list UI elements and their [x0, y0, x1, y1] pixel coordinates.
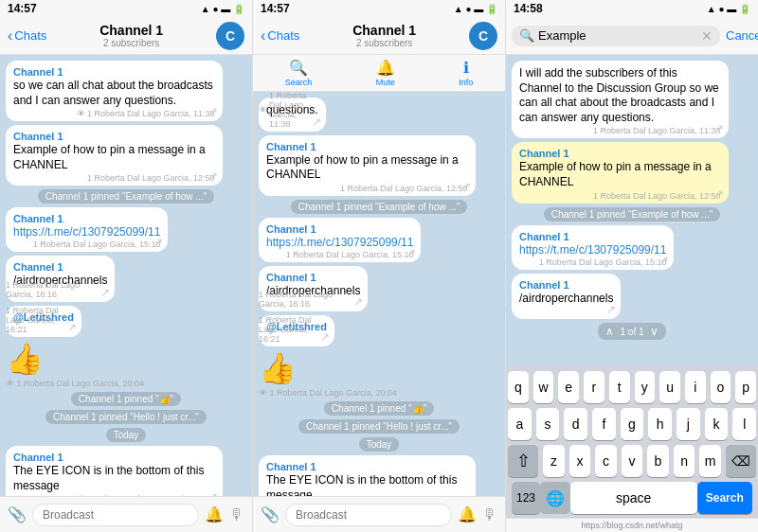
message-bubble: Channel 1/airdroperchannels1 Roberta Dal… — [6, 256, 115, 302]
broadcast-input[interactable] — [285, 504, 452, 526]
space-key[interactable]: space — [570, 482, 697, 514]
numbers-key[interactable]: 123 — [512, 482, 540, 514]
key-h[interactable]: h — [648, 408, 672, 440]
bell-icon[interactable]: 🔔 — [458, 505, 477, 523]
message-meta: 1 Roberta Dal Lago Garcia, 15:10 — [33, 239, 161, 249]
forward-icon: ↗ — [312, 115, 321, 129]
keyboard-bottom-row: 123 🌐 space Search — [508, 482, 756, 514]
header-center: Channel 1 2 subscribers — [299, 23, 469, 48]
message-meta: 1 Roberta Dal Lago Garcia, 15:10 — [286, 250, 414, 259]
attach-icon[interactable]: 📎 — [261, 505, 280, 523]
panel-2: 14:57 ▲ ● ▬ 🔋 ‹ Chats Channel 1 2 subscr… — [253, 0, 506, 532]
forward-icon: ↗ — [406, 246, 416, 259]
key-w[interactable]: w — [533, 371, 554, 403]
key-q[interactable]: q — [508, 371, 529, 403]
key-u[interactable]: u — [659, 371, 680, 403]
mic-icon[interactable]: 🎙 — [229, 506, 244, 523]
message-channel: Channel 1 — [519, 279, 613, 291]
forward-icon: ↗ — [606, 303, 616, 316]
key-g[interactable]: g — [621, 408, 644, 440]
search-return-key[interactable]: Search — [697, 482, 752, 514]
message-text: /airdroperchannels — [519, 292, 613, 307]
status-icons: ▲ ● ▬ 🔋 — [454, 4, 497, 14]
key-n[interactable]: n — [674, 445, 695, 477]
search-input[interactable] — [538, 28, 697, 43]
search-clear-icon[interactable]: ✕ — [701, 28, 713, 44]
globe-key[interactable]: 🌐 — [540, 482, 570, 514]
system-message: Channel 1 pinned "Example of how ..." — [38, 189, 215, 204]
chat-area: Channel 1so we can all chat about the br… — [0, 55, 252, 496]
key-x[interactable]: x — [569, 445, 591, 477]
key-l[interactable]: l — [732, 408, 756, 440]
message-channel: Channel 1 — [266, 223, 413, 235]
mic-icon[interactable]: 🎙 — [482, 506, 497, 523]
search-box[interactable]: 🔍 ✕ — [512, 26, 720, 46]
eye-icon: 👁 — [77, 109, 85, 118]
shift-key[interactable]: ⇧ — [508, 445, 538, 477]
key-f[interactable]: f — [592, 408, 616, 440]
panel-3: 14:58 ▲ ● ▬ 🔋 🔍 ✕ Cancel I will add the … — [506, 0, 758, 532]
header-center: Channel 1 2 subscribers — [46, 23, 216, 48]
time: 14:58 — [514, 2, 543, 15]
back-button[interactable]: ‹ Chats — [261, 27, 299, 44]
attach-icon[interactable]: 📎 — [8, 505, 27, 523]
key-o[interactable]: o — [711, 371, 731, 403]
message-bubble: @Letitshred1 Roberta Dal Lago Garcia, 16… — [6, 306, 81, 337]
message-link[interactable]: https://t.me/c/1307925099/11 — [13, 225, 160, 239]
delete-key[interactable]: ⌫ — [726, 445, 756, 477]
key-k[interactable]: k — [705, 408, 729, 440]
key-e[interactable]: e — [558, 371, 579, 403]
search-header: 🔍 ✕ Cancel — [506, 17, 758, 55]
toolbar-info[interactable]: ℹ Info — [459, 59, 473, 87]
toolbar-search[interactable]: 🔍 Search — [285, 59, 313, 87]
eye-icon: 👁 — [77, 494, 85, 496]
forward-icon: ↗ — [67, 321, 77, 334]
key-z[interactable]: z — [543, 445, 565, 477]
status-bar: 14:57 ▲ ● ▬ 🔋 — [253, 0, 505, 17]
key-d[interactable]: d — [564, 408, 587, 440]
message-meta: 1 Roberta Dal Lago Garcia, 16:16 — [6, 280, 107, 299]
emoji-message: 👍👁 1 Roberta Dal Lago Garcia, 20:04 — [259, 350, 397, 398]
cancel-button[interactable]: Cancel — [726, 28, 758, 43]
message-text: The EYE ICON is in the bottom of this me… — [13, 464, 215, 493]
forward-icon: ↗ — [353, 295, 363, 309]
forward-icon: ↗ — [714, 187, 724, 201]
message-link[interactable]: https://t.me/c/1307925099/11 — [266, 236, 413, 249]
key-m[interactable]: m — [699, 445, 721, 477]
message-link[interactable]: https://t.me/c/1307925099/11 — [519, 243, 666, 257]
key-a[interactable]: a — [508, 408, 532, 440]
avatar[interactable]: C — [469, 22, 497, 50]
nav-down-icon[interactable]: ∨ — [650, 325, 659, 338]
chat-area: questions.👁 1 Roberta Dal Lago Garcia, 1… — [253, 92, 505, 496]
key-j[interactable]: j — [677, 408, 700, 440]
key-v[interactable]: v — [622, 445, 643, 477]
back-button[interactable]: ‹ Chats — [8, 27, 46, 44]
message-channel: Channel 1 — [519, 231, 666, 242]
message-text: Example of how to pin a message in a CHA… — [266, 153, 468, 183]
toolbar-mute[interactable]: 🔔 Mute — [376, 59, 395, 87]
nav-up-icon[interactable]: ∧ — [605, 325, 614, 338]
forward-icon: ↗ — [714, 122, 724, 135]
key-s[interactable]: s — [536, 408, 560, 440]
system-message: Channel 1 pinned "Example of how ..." — [291, 200, 468, 214]
key-b[interactable]: b — [647, 445, 669, 477]
key-t[interactable]: t — [609, 371, 630, 403]
toolbar-label: Info — [459, 78, 473, 87]
key-y[interactable]: y — [635, 371, 656, 403]
toolbar-label: Mute — [376, 78, 395, 87]
broadcast-input[interactable] — [32, 504, 199, 526]
url-bar: https://blog.csdn.net/whatg — [506, 518, 758, 532]
system-message: Channel 1 pinned "Hello ! just cr..." — [298, 419, 460, 434]
avatar[interactable]: C — [216, 22, 244, 50]
key-c[interactable]: c — [595, 445, 617, 477]
bell-icon[interactable]: 🔔 — [205, 505, 224, 523]
forward-icon: ↗ — [208, 105, 218, 118]
message-meta: 1 Roberta Dal Lago Garcia, 12:50 — [593, 191, 721, 201]
key-r[interactable]: r — [584, 371, 605, 403]
chat-header: ‹ Chats Channel 1 2 subscribers C — [0, 17, 252, 55]
panel-1: 14:57 ▲ ● ▬ 🔋 ‹ Chats Channel 1 2 subscr… — [0, 0, 253, 532]
key-p[interactable]: p — [735, 371, 756, 403]
key-i[interactable]: i — [685, 371, 706, 403]
message-bubble: Channel 1so we can all chat about the br… — [6, 61, 223, 121]
message-meta: 1 Roberta Dal Lago Garcia, 15:10 — [539, 257, 667, 267]
